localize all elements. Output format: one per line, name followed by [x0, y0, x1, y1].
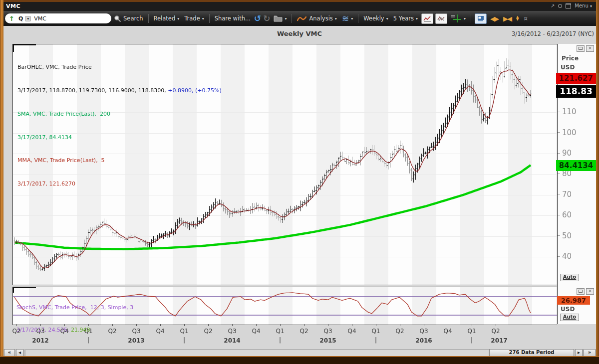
analysis-button[interactable]: Analysis▾ — [295, 15, 339, 22]
chart-title: Weekly VMC — [0, 30, 599, 37]
price-tick — [558, 215, 560, 215]
year-label: 2015 — [319, 337, 336, 344]
share-with-button[interactable]: Share with... — [212, 15, 253, 22]
year-separator: | — [471, 337, 473, 344]
time-tick — [496, 324, 496, 326]
price-pane-controls: × — [577, 45, 594, 52]
symbol-dropdown-icon[interactable]: ▾ — [25, 16, 31, 21]
price-tick — [558, 256, 560, 257]
time-tick — [256, 324, 257, 326]
currency-button[interactable]: ¤ — [521, 15, 530, 22]
quarter-label: Q3 — [228, 328, 236, 335]
price-axis[interactable]: × Price USD 121.627 118.83 1101009080706… — [557, 44, 596, 324]
collapse-bars-button[interactable]: ▶◀ — [501, 15, 514, 22]
axis-price-label: Price — [562, 55, 579, 62]
axis-currency-label: USD — [561, 64, 575, 71]
time-tick — [400, 324, 400, 326]
stoch-value-badge: 26.987 — [557, 296, 590, 305]
scrollbar-track[interactable] — [25, 350, 489, 357]
price-auto-scale-button[interactable]: Auto — [560, 274, 579, 281]
time-tick — [136, 324, 137, 326]
quarter-label: Q4 — [443, 328, 452, 335]
redo-button[interactable]: ↻ — [262, 13, 271, 23]
chart-style-button-2[interactable] — [435, 13, 447, 24]
price-tick — [558, 194, 560, 194]
up-arrow-icon[interactable]: ↑ — [7, 15, 16, 22]
time-tick — [376, 324, 376, 326]
price-tick-label: 100 — [562, 128, 577, 137]
monitor-icon — [477, 15, 484, 21]
trade-button[interactable]: Trade▾ — [182, 15, 207, 22]
chart-thumb2-icon — [437, 15, 445, 22]
time-tick — [304, 324, 304, 326]
quarter-label: Q1 — [180, 328, 188, 335]
window-title: VMC — [6, 3, 20, 9]
quarter-label: Q2 — [395, 328, 404, 335]
year-label: 2017 — [491, 337, 507, 344]
minimize-pane-icon[interactable] — [577, 288, 585, 295]
window-icon[interactable] — [566, 3, 571, 8]
quarter-label: Q3 — [419, 328, 428, 335]
time-tick — [448, 324, 448, 326]
time-tick — [328, 324, 328, 326]
price-tick-label: 60 — [562, 210, 572, 219]
symbol-entry: ↑ Q ▾ — [5, 13, 111, 23]
time-tick — [208, 324, 209, 326]
folder-icon — [274, 15, 283, 22]
quarter-label: Q1 — [84, 328, 92, 335]
close-pane-icon[interactable]: × — [586, 45, 594, 52]
interval-select[interactable]: Weekly▾ — [361, 15, 391, 22]
legend-mma-series: MMA, VMC, Trade Price(Last), 5 — [17, 157, 222, 165]
year-label: 2014 — [224, 337, 240, 344]
price-tick-label: 70 — [562, 190, 572, 199]
time-tick — [280, 324, 281, 326]
quarter-label: Q2 — [204, 328, 212, 335]
quarter-label: Q4 — [347, 328, 356, 335]
time-tick — [472, 324, 472, 326]
range-select[interactable]: 5 Years▾ — [391, 15, 420, 22]
quarter-label: Q2 — [491, 328, 500, 335]
time-tick — [160, 324, 161, 326]
price-tick — [558, 132, 560, 133]
search-button[interactable]: Search — [111, 15, 146, 22]
redo-icon: ↻ — [263, 13, 270, 23]
year-label: 2016 — [415, 337, 432, 344]
time-tick — [184, 324, 185, 326]
monitor-button[interactable] — [475, 13, 487, 24]
close-pane-icon[interactable]: × — [586, 288, 594, 295]
expand-icon: ◀▶ — [490, 15, 498, 22]
indicators-button[interactable]: ≋▾ — [339, 13, 355, 23]
time-tick — [16, 324, 17, 326]
crosshair-button[interactable]: ▾ — [448, 14, 468, 23]
related-button[interactable]: Related▾ — [151, 15, 182, 22]
undo-button[interactable]: ↺ — [253, 13, 262, 23]
stoch-pane-controls: × — [577, 288, 594, 295]
window-frame-top — [0, 0, 599, 2]
price-tick — [558, 174, 560, 174]
quarter-label: Q3 — [323, 328, 332, 335]
fit-vertical-button[interactable]: ▲▼ — [514, 16, 521, 21]
quarter-label: Q4 — [252, 328, 260, 335]
quarter-label: Q3 — [36, 328, 44, 335]
quote-type-label[interactable]: Q — [16, 15, 25, 22]
mma-price-badge: 121.627 — [556, 73, 596, 84]
stoch-currency-label: USD — [561, 306, 575, 313]
price-tick-label: 40 — [562, 252, 572, 261]
pin-icon[interactable] — [558, 4, 562, 8]
price-tick-label: 50 — [562, 231, 572, 240]
legend-sma-value: 3/17/2017, 84.4134 — [17, 134, 222, 142]
symbol-input[interactable] — [33, 15, 95, 22]
menu-button[interactable]: Menu ▾ — [575, 3, 592, 8]
popout-icon[interactable]: ↗ — [551, 3, 555, 8]
stoch-auto-scale-button[interactable]: Auto — [560, 314, 579, 321]
minimize-pane-icon[interactable] — [577, 45, 585, 52]
legend-change-value: +0.8900, (+0.75%) — [168, 87, 221, 94]
quarter-label: Q4 — [156, 328, 164, 335]
quarter-label: Q2 — [300, 328, 308, 335]
window-frame-right — [596, 0, 599, 364]
analysis-squiggle-icon — [297, 15, 307, 22]
open-layout-button[interactable]: ▾ — [271, 15, 289, 22]
expand-bars-button[interactable]: ◀▶ — [488, 15, 501, 22]
chart-style-button-1[interactable] — [421, 13, 433, 24]
quarter-label: Q1 — [467, 328, 476, 335]
